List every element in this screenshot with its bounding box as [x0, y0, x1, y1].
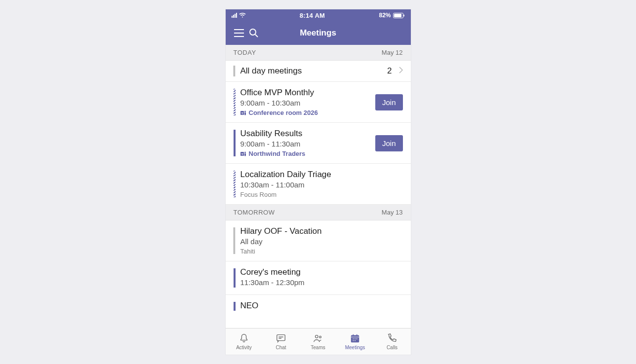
- meeting-title: NEO: [240, 301, 403, 311]
- meeting-marker-icon: [234, 89, 236, 115]
- svg-point-11: [316, 335, 318, 338]
- meeting-row[interactable]: Office MVP Monthly 9:00am - 10:30am T Co…: [226, 82, 411, 123]
- meeting-title: Hilary OOF - Vacation: [240, 226, 403, 236]
- meeting-title: Office MVP Monthly: [240, 88, 370, 98]
- svg-point-16: [357, 338, 358, 339]
- meeting-title: Localization Daily Triage: [240, 170, 403, 180]
- meeting-time: 9:00am - 10:30am: [240, 99, 370, 107]
- svg-point-18: [355, 340, 356, 341]
- meeting-location: T Northwind Traders: [240, 150, 370, 157]
- meeting-marker-icon: [234, 268, 236, 288]
- svg-text:T: T: [241, 111, 243, 114]
- tab-label: Teams: [311, 345, 325, 350]
- meeting-title: Usability Results: [240, 129, 370, 139]
- meeting-location: Focus Room: [240, 191, 403, 198]
- teams-icon: T: [240, 110, 246, 116]
- status-bar: 8:14 AM 82%: [226, 9, 411, 21]
- meeting-marker-icon: [234, 227, 236, 254]
- tab-calls[interactable]: Calls: [374, 328, 411, 355]
- chat-icon: [276, 333, 286, 344]
- join-button[interactable]: Join: [375, 94, 403, 110]
- battery-percent: 82%: [379, 12, 391, 19]
- svg-point-17: [353, 340, 354, 341]
- bell-icon: [238, 333, 249, 344]
- battery-icon: [393, 13, 405, 18]
- section-label: TOMORROW: [234, 209, 275, 216]
- search-button[interactable]: [246, 26, 261, 40]
- tab-label: Meetings: [345, 345, 365, 350]
- svg-rect-2: [403, 14, 404, 16]
- teams-icon: T: [240, 151, 246, 157]
- meeting-location-text: Northwind Traders: [249, 150, 306, 157]
- app-header: Meetings: [226, 21, 411, 45]
- meeting-marker-icon: [234, 302, 236, 311]
- wifi-icon: [239, 13, 246, 18]
- chevron-right-icon: [399, 67, 403, 75]
- section-date: May 12: [382, 49, 403, 56]
- svg-text:T: T: [241, 152, 243, 155]
- menu-button[interactable]: [232, 26, 246, 40]
- tab-chat[interactable]: Chat: [263, 328, 300, 355]
- phone-icon: [387, 333, 398, 344]
- svg-rect-10: [277, 335, 285, 341]
- all-day-meetings-row[interactable]: All day meetings 2: [226, 61, 411, 82]
- meeting-time: 9:00am - 11:30am: [240, 140, 370, 148]
- meeting-row[interactable]: NEO: [226, 295, 411, 318]
- tab-activity[interactable]: Activity: [226, 328, 263, 355]
- meeting-title: Corey's meeting: [240, 267, 403, 277]
- teams-icon: [313, 333, 323, 344]
- svg-point-8: [244, 151, 246, 153]
- meeting-marker-icon: [234, 130, 236, 156]
- svg-point-15: [355, 338, 356, 339]
- meeting-list[interactable]: TODAY May 12 All day meetings 2 Office M…: [226, 45, 411, 328]
- all-day-marker-icon: [234, 66, 236, 76]
- meeting-row[interactable]: Corey's meeting 11:30am - 12:30pm: [226, 261, 411, 295]
- svg-point-5: [244, 110, 246, 112]
- tab-meetings[interactable]: Meetings: [337, 328, 374, 355]
- cellular-signal-icon: [232, 13, 237, 18]
- section-label: TODAY: [234, 49, 256, 56]
- meeting-location-text: Conference room 2026: [249, 109, 318, 116]
- tab-teams[interactable]: Teams: [300, 328, 337, 355]
- section-header-tomorrow: TOMORROW May 13: [226, 205, 411, 220]
- meeting-time: 11:30am - 12:30pm: [240, 278, 403, 287]
- meeting-time: 10:30am - 11:00am: [240, 181, 403, 189]
- svg-rect-1: [394, 14, 401, 17]
- svg-point-3: [250, 29, 256, 35]
- tab-label: Activity: [236, 345, 252, 350]
- meeting-row[interactable]: Localization Daily Triage 10:30am - 11:0…: [226, 164, 411, 205]
- join-button[interactable]: Join: [375, 135, 403, 151]
- meeting-location: Tahiti: [240, 248, 403, 255]
- tab-label: Chat: [276, 345, 286, 350]
- section-header-today: TODAY May 12: [226, 45, 411, 61]
- all-day-count: 2: [387, 66, 392, 76]
- svg-point-12: [319, 336, 321, 338]
- tab-label: Calls: [387, 345, 398, 350]
- meeting-row[interactable]: Hilary OOF - Vacation All day Tahiti: [226, 220, 411, 261]
- meeting-marker-icon: [234, 171, 236, 197]
- status-time: 8:14 AM: [300, 12, 325, 19]
- tab-bar: Activity Chat Teams Meetings Calls: [226, 328, 411, 355]
- section-date: May 13: [382, 209, 403, 216]
- all-day-title: All day meetings: [240, 66, 383, 76]
- meeting-row[interactable]: Usability Results 9:00am - 11:30am T Nor…: [226, 123, 411, 164]
- meeting-location: T Conference room 2026: [240, 109, 370, 116]
- meeting-time: All day: [240, 237, 403, 246]
- svg-point-14: [353, 338, 354, 339]
- calendar-icon: [350, 333, 360, 344]
- phone-frame: 8:14 AM 82% Meetings TODAY May 12 All da…: [226, 9, 411, 355]
